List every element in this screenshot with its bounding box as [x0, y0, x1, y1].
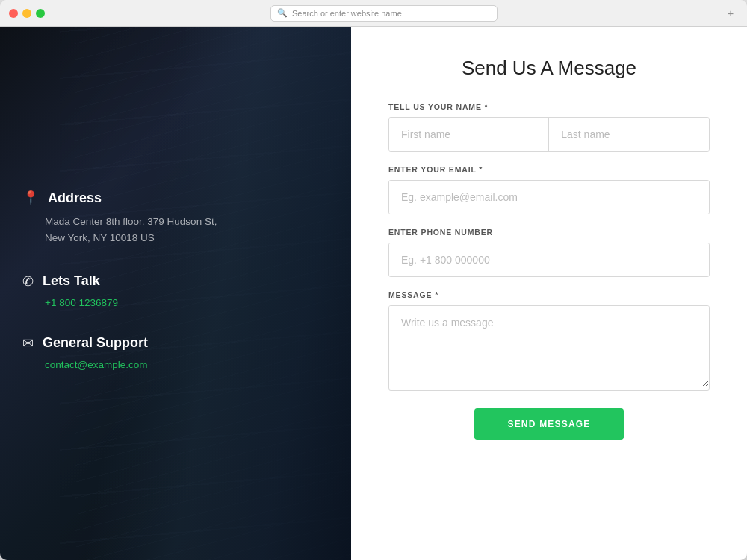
right-panel: Send Us A Message TELL US YOUR NAME * EN…	[351, 27, 747, 560]
phone-header: ✆ Lets Talk	[22, 273, 329, 290]
email-label: ENTER YOUR EMAIL *	[388, 165, 710, 174]
phone-block: ✆ Lets Talk +1 800 1236879	[22, 273, 329, 308]
email-input[interactable]	[389, 181, 709, 214]
browser-toolbar: 🔍 Search or enter website name +	[0, 0, 747, 27]
name-label: TELL US YOUR NAME *	[388, 102, 710, 111]
name-group: TELL US YOUR NAME *	[388, 102, 710, 152]
left-content: 📍 Address Mada Center 8th floor, 379 Hud…	[0, 27, 351, 560]
phone-label: ENTER PHONE NUMBER	[388, 228, 710, 237]
left-panel: 📍 Address Mada Center 8th floor, 379 Hud…	[0, 27, 351, 560]
location-icon: 📍	[22, 190, 39, 206]
phone-number[interactable]: +1 800 1236879	[22, 297, 329, 308]
address-block: 📍 Address Mada Center 8th floor, 379 Hud…	[22, 190, 329, 246]
browser-content: 📍 Address Mada Center 8th floor, 379 Hud…	[0, 27, 747, 560]
first-name-input[interactable]	[389, 118, 549, 151]
send-message-button[interactable]: SEND MESSAGE	[474, 408, 624, 440]
minimize-button[interactable]	[22, 9, 31, 18]
email-block: ✉ General Support contact@example.com	[22, 335, 329, 370]
address-header: 📍 Address	[22, 190, 329, 206]
email-title: General Support	[43, 335, 148, 351]
new-tab-button[interactable]: +	[723, 6, 738, 21]
message-group: MESSAGE *	[388, 290, 710, 391]
message-input[interactable]	[389, 306, 709, 387]
phone-input[interactable]	[389, 243, 709, 276]
name-row	[389, 118, 709, 151]
address-text: Search or enter website name	[292, 9, 402, 18]
phone-group: ENTER PHONE NUMBER	[388, 228, 710, 277]
email-address[interactable]: contact@example.com	[22, 359, 329, 370]
email-input-box	[388, 180, 710, 214]
form-title: Send Us A Message	[388, 57, 710, 80]
address-bar[interactable]: 🔍 Search or enter website name	[270, 5, 498, 22]
close-button[interactable]	[9, 9, 18, 18]
email-icon: ✉	[22, 335, 34, 352]
maximize-button[interactable]	[36, 9, 45, 18]
search-icon: 🔍	[277, 8, 288, 18]
phone-title: Lets Talk	[43, 273, 100, 289]
phone-icon: ✆	[22, 273, 34, 290]
email-header: ✉ General Support	[22, 335, 329, 352]
email-group: ENTER YOUR EMAIL *	[388, 165, 710, 214]
traffic-lights	[9, 9, 45, 18]
browser-window: 🔍 Search or enter website name + 📍 Addre…	[0, 0, 747, 560]
last-name-input[interactable]	[549, 118, 709, 151]
address-line1: Mada Center 8th floor, 379 Hudson St, Ne…	[22, 214, 329, 246]
phone-input-box	[388, 243, 710, 277]
name-input-box	[388, 117, 710, 152]
message-input-box	[388, 305, 710, 391]
address-title: Address	[48, 190, 102, 206]
message-label: MESSAGE *	[388, 290, 710, 299]
